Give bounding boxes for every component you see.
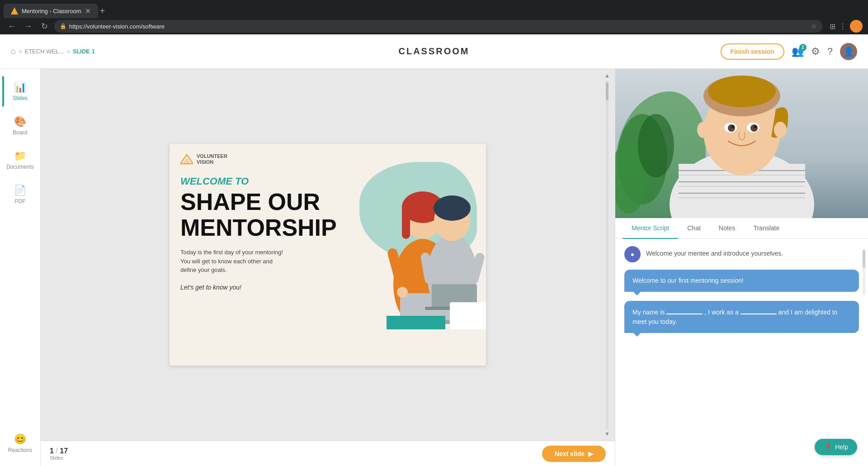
- sidebar-item-pdf[interactable]: 📄 PDF: [2, 179, 38, 210]
- help-circle-icon: ❓: [824, 443, 831, 451]
- pdf-label: PDF: [15, 198, 26, 204]
- back-button[interactable]: ←: [5, 20, 18, 33]
- script-scrollbar[interactable]: [863, 246, 865, 291]
- script-bubble-1: Welcome to our first mentoring session!: [624, 270, 859, 292]
- sidebar-item-reactions[interactable]: 😊 Reactions: [2, 428, 38, 459]
- breadcrumb-current[interactable]: SLIDE 1: [73, 48, 95, 55]
- svg-point-14: [434, 195, 471, 221]
- svg-rect-5: [402, 203, 410, 239]
- active-tab[interactable]: Mentoring - Classroom ✕: [4, 4, 98, 18]
- reload-button[interactable]: ↻: [38, 20, 51, 33]
- svg-point-33: [728, 124, 735, 132]
- svg-point-38: [774, 122, 787, 138]
- next-arrow-icon: ▶: [588, 450, 593, 457]
- sidebar-item-slides[interactable]: 📊 Slides: [2, 76, 38, 107]
- tab-mentor-script[interactable]: Mentor Script: [623, 218, 678, 239]
- script-bubble-2: My name is , I work as a and I am deligh…: [624, 301, 859, 333]
- name-blank: [666, 307, 703, 314]
- tab-bar: Mentoring - Classroom ✕ +: [0, 0, 868, 18]
- reactions-label: Reactions: [8, 447, 32, 453]
- breadcrumb: ⌂ > ETECH WEL... > SLIDE 1: [11, 47, 95, 56]
- teal-square: [387, 316, 445, 329]
- settings-icon[interactable]: ⚙: [811, 46, 820, 57]
- slide-tagline: Let's get to know you!: [180, 284, 337, 291]
- main-layout: 📊 Slides 🎨 Board 📁 Documents 📄 PDF 😊 Rea…: [0, 69, 868, 466]
- reactions-icon: 😊: [14, 433, 26, 445]
- browser-actions: ⊞ ⋮: [830, 22, 846, 31]
- menu-icon[interactable]: ⋮: [839, 22, 846, 31]
- tab-chat[interactable]: Chat: [678, 218, 710, 239]
- slides-icon: 📊: [14, 81, 26, 93]
- home-icon[interactable]: ⌂: [11, 47, 16, 56]
- breadcrumb-item1[interactable]: ETECH WEL...: [24, 48, 64, 55]
- sidebar-item-documents[interactable]: 📁 Documents: [2, 145, 38, 176]
- slide-image-area: [332, 157, 486, 329]
- man-illustration: [414, 176, 486, 316]
- board-icon: 🎨: [14, 116, 26, 128]
- page-title: CLASSROOM: [399, 46, 470, 57]
- video-placeholder: [615, 69, 868, 218]
- script-mentor-avatar: ●: [624, 246, 641, 262]
- help-button[interactable]: ❓ Help: [815, 439, 857, 455]
- svg-point-35: [731, 125, 734, 128]
- white-box: [450, 302, 486, 329]
- next-slide-button[interactable]: Next slide ▶: [542, 446, 606, 462]
- documents-label: Documents: [6, 164, 34, 170]
- tab-favicon: [11, 7, 18, 14]
- new-tab-button[interactable]: +: [100, 6, 105, 16]
- tabs-row: Mentor Script Chat Notes Translate: [615, 218, 868, 239]
- volunteer-vision-icon: [180, 153, 193, 166]
- script-intro-text: Welcome your mentee and introduce yourse…: [646, 246, 783, 258]
- bubble2-part1: My name is: [632, 309, 665, 316]
- sidebar-item-board[interactable]: 🎨 Board: [2, 110, 38, 141]
- pdf-icon: 📄: [14, 185, 26, 196]
- logo-text: VOLUNTEER VISION: [197, 153, 227, 165]
- slide-area: ▲ ▼ VOLUNTEER: [41, 69, 615, 466]
- avatar[interactable]: 👤: [840, 43, 857, 60]
- vertical-scrollbar[interactable]: ▲ ▼: [604, 69, 610, 441]
- svg-point-37: [697, 122, 710, 138]
- url-text: https://volunteer-vision.com/software: [69, 23, 165, 30]
- script-intro: ● Welcome your mentee and introduce your…: [624, 246, 859, 262]
- tab-notes[interactable]: Notes: [710, 218, 745, 239]
- users-badge: 1: [799, 44, 807, 51]
- browser-chrome: Mentoring - Classroom ✕ + ← → ↻ 🔒 https:…: [0, 0, 868, 34]
- role-blank: [741, 307, 777, 314]
- slide-welcome: WELCOME TO: [180, 176, 337, 187]
- breadcrumb-sep1: >: [19, 48, 22, 55]
- help-icon[interactable]: ?: [827, 46, 833, 57]
- svg-point-34: [750, 124, 758, 132]
- address-bar-row: ← → ↻ 🔒 https://volunteer-vision.com/sof…: [0, 18, 868, 34]
- app-header: ⌂ > ETECH WEL... > SLIDE 1 CLASSROOM Fin…: [0, 34, 868, 69]
- slide-text-content: WELCOME TO SHAPE OUR MENTORSHIP Today is…: [180, 176, 337, 291]
- bookmark-icon[interactable]: ☆: [811, 23, 817, 30]
- slide-scroll-container: ▲ ▼ VOLUNTEER: [41, 69, 615, 441]
- board-label: Board: [13, 129, 27, 136]
- slide-subtitle: Today is the first day of your mentoring…: [180, 248, 307, 275]
- documents-icon: 📁: [14, 150, 26, 162]
- active-indicator: [2, 76, 4, 107]
- right-panel: Mentor Script Chat Notes Translate ●: [615, 69, 868, 466]
- extensions-icon[interactable]: ⊞: [830, 22, 835, 31]
- svg-point-10: [397, 287, 408, 298]
- slide-title: SHAPE OUR MENTORSHIP: [180, 189, 337, 241]
- header-actions: Finish session 👥 1 ⚙ ? 👤: [721, 43, 858, 60]
- slide-logo: VOLUNTEER VISION: [180, 153, 227, 166]
- forward-button[interactable]: →: [22, 20, 34, 33]
- svg-point-41: [638, 114, 674, 177]
- browser-profile[interactable]: [850, 20, 863, 33]
- lock-icon: 🔒: [60, 23, 66, 29]
- address-bar[interactable]: 🔒 https://volunteer-vision.com/software …: [54, 20, 822, 33]
- tab-translate[interactable]: Translate: [744, 218, 788, 239]
- finish-session-button[interactable]: Finish session: [721, 43, 784, 60]
- tab-close-button[interactable]: ✕: [85, 7, 91, 15]
- video-area: [615, 69, 868, 218]
- bubble2-part2: , I work as a: [704, 309, 738, 316]
- tab-title: Mentoring - Classroom: [22, 8, 81, 14]
- slides-label: Slides: [50, 455, 68, 461]
- svg-point-36: [754, 125, 757, 128]
- plant-svg: [615, 105, 697, 218]
- users-button[interactable]: 👥 1: [792, 46, 804, 57]
- svg-point-30: [708, 76, 776, 107]
- script-content: ● Welcome your mentee and introduce your…: [615, 239, 868, 466]
